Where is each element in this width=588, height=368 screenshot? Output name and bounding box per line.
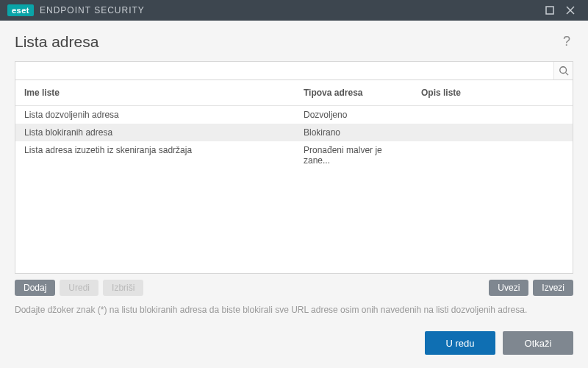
cell-name: Lista adresa izuzetih iz skeniranja sadr… [15,141,295,169]
edit-button[interactable]: Uredi [60,280,98,296]
delete-button[interactable]: Izbriši [103,280,143,296]
svg-point-3 [559,67,566,74]
import-button[interactable]: Uvezi [489,280,528,296]
hint-text: Dodajte džoker znak (*) na listu blokira… [0,302,588,321]
footer: U redu Otkaži [0,321,588,368]
table-header: Ime liste Tipova adresa Opis liste [15,80,573,106]
cell-type: Pronađeni malver je zane... [295,141,412,169]
column-desc[interactable]: Opis liste [412,80,573,105]
svg-line-4 [565,73,568,76]
table-body: Lista dozvoljenih adresaDozvoljenoLista … [15,106,573,273]
column-type[interactable]: Tipova adresa [295,80,412,105]
svg-rect-0 [546,7,553,14]
app-name: ENDPOINT SECURITY [40,5,145,15]
address-list-table: Ime liste Tipova adresa Opis liste Lista… [15,80,573,274]
search-icon [559,66,569,76]
search-button[interactable] [553,62,573,79]
column-name[interactable]: Ime liste [15,80,295,105]
export-button[interactable]: Izvezi [533,280,573,296]
cell-name: Lista blokiranih adresa [15,124,295,141]
header: Lista adresa ? [0,21,588,57]
cell-desc [412,106,573,124]
action-row: Dodaj Uredi Izbriši Uvezi Izvezi [15,274,573,302]
page-title: Lista adresa [15,33,560,51]
minimize-button[interactable] [539,0,560,21]
titlebar: eset ENDPOINT SECURITY [0,0,588,21]
search-bar [15,61,573,80]
cell-name: Lista dozvoljenih adresa [15,106,295,124]
cancel-button[interactable]: Otkaži [503,331,573,355]
cell-desc [412,141,573,169]
cell-desc [412,124,573,141]
brand-logo: eset [7,4,34,16]
cell-type: Blokirano [295,124,412,141]
ok-button[interactable]: U redu [425,331,495,355]
help-icon[interactable]: ? [560,31,573,52]
table-row[interactable]: Lista adresa izuzetih iz skeniranja sadr… [15,141,573,169]
cell-type: Dozvoljeno [295,106,412,124]
close-button[interactable] [560,0,581,21]
add-button[interactable]: Dodaj [15,280,55,296]
table-row[interactable]: Lista dozvoljenih adresaDozvoljeno [15,106,573,124]
table-row[interactable]: Lista blokiranih adresaBlokirano [15,124,573,141]
search-input[interactable] [15,62,553,79]
